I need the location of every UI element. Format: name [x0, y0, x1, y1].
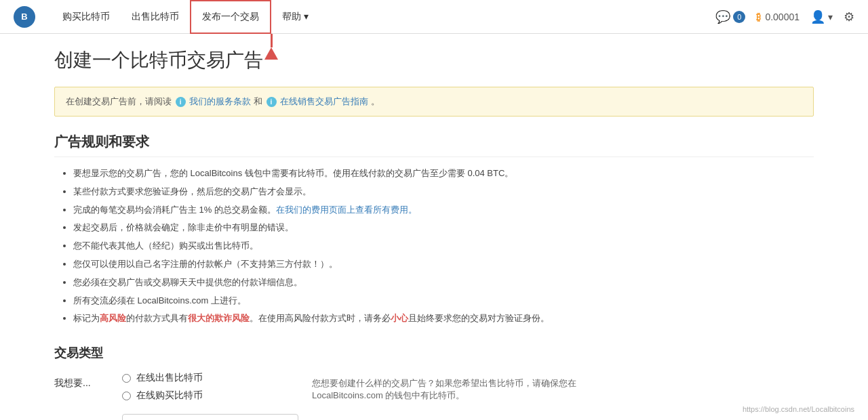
notice-text-before: 在创建交易广告前，请阅读 — [66, 96, 172, 106]
nav-item-help[interactable]: 帮助 ▾ — [271, 0, 319, 34]
rule-item-5: 您不能代表其他人（经纪）购买或出售比特币。 — [73, 239, 814, 253]
location-label: 所在地 — [54, 414, 108, 420]
rule-item-1: 要想显示您的交易广告，您的 LocalBitcoins 钱包中需要有比特币。使用… — [73, 167, 814, 181]
user-menu[interactable]: 👤 ▾ — [810, 9, 833, 24]
notice-info-icon-1: i — [176, 97, 186, 107]
notice-link-2[interactable]: 在线销售交易广告指南 — [280, 96, 368, 106]
nav-item-sell[interactable]: 出售比特币 — [121, 0, 190, 34]
nav-right: 💬 0 ₿ 0.00001 👤 ▾ ⚙ — [715, 9, 854, 24]
fees-link[interactable]: 在我们的费用页面上查看所有费用。 — [276, 205, 417, 215]
location-input[interactable] — [122, 414, 298, 420]
radio-buy-online[interactable]: 在线购买比特币 — [122, 390, 298, 402]
location-row: 所在地 对于在线交易，您需要指定国家/地区。 — [54, 414, 814, 420]
location-input-wrap — [122, 414, 298, 420]
trade-type-title: 交易类型 — [54, 345, 814, 361]
navbar: B 购买比特币 出售比特币 发布一个交易 帮助 ▾ 💬 0 ₿ 0.00001 … — [0, 0, 868, 34]
rule-item-4: 发起交易后，价格就会确定，除非走价中有明显的错误。 — [73, 221, 814, 235]
rules-section: 广告规则和要求 要想显示您的交易广告，您的 LocalBitcoins 钱包中需… — [54, 133, 814, 326]
trade-type-row: 我想要... 在线出售比特币 在线购买比特币 您想要创建什么样的交易广告？如果您… — [54, 372, 814, 402]
rule-item-8: 所有交流必须在 LocalBitcoins.com 上进行。 — [73, 294, 814, 308]
main-content: 创建一个比特币交易广告 在创建交易广告前，请阅读 i 我们的服务条款 和 i 在… — [27, 34, 841, 420]
rule-item-2: 某些付款方式要求您验证身份，然后您的交易广告才会显示。 — [73, 185, 814, 199]
notice-text-mid: 和 — [254, 96, 262, 106]
radio-group-trade-type: 在线出售比特币 在线购买比特币 — [122, 372, 298, 402]
logo-icon: B — [14, 6, 35, 28]
rule-item-3: 完成的每笔交易均会消耗广告主 1% 的总交易金额。在我们的费用页面上查看所有费用… — [73, 203, 814, 217]
radio-buy-online-label: 在线购买比特币 — [136, 390, 203, 402]
arrow-head — [264, 47, 278, 60]
nav-item-post[interactable]: 发布一个交易 — [190, 0, 271, 34]
page-title: 创建一个比特币交易广告 — [54, 47, 814, 73]
radio-sell-online-label: 在线出售比特币 — [136, 372, 203, 384]
trade-type-options: 在线出售比特币 在线购买比特币 — [122, 372, 298, 402]
trade-type-label: 我想要... — [54, 372, 108, 390]
notice-box: 在创建交易广告前，请阅读 i 我们的服务条款 和 i 在线销售交易广告指南 。 — [54, 87, 814, 117]
messages-badge: 0 — [733, 11, 745, 23]
radio-buy-online-input[interactable] — [122, 392, 131, 400]
messages-icon[interactable]: 💬 0 — [715, 9, 745, 24]
settings-icon[interactable]: ⚙ — [844, 9, 854, 24]
rule-item-9: 标记为高风险的付款方式具有很大的欺诈风险。在使用高风险付款方式时，请务必小心且始… — [73, 312, 814, 326]
notice-link-1[interactable]: 我们的服务条款 — [189, 96, 251, 106]
trade-type-section: 交易类型 我想要... 在线出售比特币 在线购买比特币 您想要创建什么样的交易广… — [54, 345, 814, 420]
rules-list: 要想显示您的交易广告，您的 LocalBitcoins 钱包中需要有比特币。使用… — [54, 167, 814, 326]
radio-sell-online[interactable]: 在线出售比特币 — [122, 372, 298, 384]
footer-url: https://blog.csdn.net/Localbitcoins — [743, 405, 854, 413]
rules-title: 广告规则和要求 — [54, 133, 814, 157]
btc-balance: ₿ 0.00001 — [756, 12, 800, 22]
notice-text-end: 。 — [371, 96, 380, 106]
radio-sell-online-input[interactable] — [122, 374, 131, 383]
brand-logo[interactable]: B — [14, 6, 38, 28]
arrow-indicator — [264, 34, 278, 60]
arrow-line — [271, 34, 273, 47]
rule-item-6: 您仅可以使用以自己名字注册的付款帐户（不支持第三方付款！）。 — [73, 257, 814, 272]
notice-info-icon-2: i — [267, 97, 277, 107]
location-hint: 对于在线交易，您需要指定国家/地区。 — [312, 414, 637, 420]
trade-type-hint: 您想要创建什么样的交易广告？如果您希望出售比特币，请确保您在 LocalBitc… — [312, 372, 637, 402]
nav-item-buy[interactable]: 购买比特币 — [52, 0, 121, 34]
nav-links: 购买比特币 出售比特币 发布一个交易 帮助 ▾ — [52, 0, 715, 34]
rule-item-7: 您必须在交易广告或交易聊天天中提供您的付款详细信息。 — [73, 276, 814, 290]
